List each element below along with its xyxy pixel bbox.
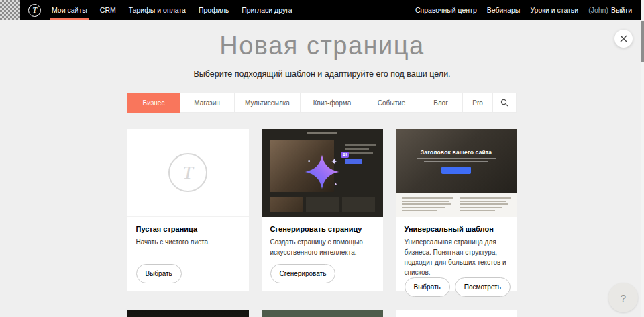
secondary-nav: Справочный центр Вебинары Уроки и статьи… [415,0,632,20]
tilda-logo[interactable]: T [28,4,41,17]
help-label: ? [621,292,626,304]
tilda-logo-letter: T [32,5,37,15]
tab-search[interactable] [493,93,517,113]
preview-header-placeholder [262,132,383,134]
help-button[interactable]: ? [608,283,638,312]
select-blank-button[interactable]: Выбрать [136,264,182,283]
card-title: Сгенерировать страницу [270,225,374,233]
tab-shop[interactable]: Магазин [180,93,235,113]
close-button[interactable] [614,30,633,48]
main-nav: Мои сайты CRM Тарифы и оплата Профиль Пр… [52,0,292,20]
page-title: Новая страница [0,32,644,60]
template-cards-row-partial [127,310,517,317]
preview-button-placeholder [345,159,362,164]
nav-billing[interactable]: Тарифы и оплата [129,0,186,20]
scrollbar[interactable] [641,0,644,317]
nav-profile[interactable]: Профиль [199,0,229,20]
nav-lessons[interactable]: Уроки и статьи [530,0,578,20]
template-preview-partial [396,310,517,317]
nav-help-center[interactable]: Справочный центр [415,0,477,20]
generate-button[interactable]: Сгенерировать [270,264,336,283]
universal-template-preview: Заголовок вашего сайта [396,129,517,217]
template-cards-row: T Пустая страница Начать с чистого листа… [127,129,517,291]
tab-blog[interactable]: Блог [419,93,463,113]
preview-hero-heading: Заголовок вашего сайта [421,149,492,156]
nav-webinars[interactable]: Вебинары [487,0,521,20]
preview-text-placeholder [345,144,376,164]
logout-link[interactable]: Выйти [611,6,632,14]
preview-template-button[interactable]: Посмотреть [455,277,511,297]
tab-multilink[interactable]: Мультиссылка [235,93,301,113]
nav-invite-friend[interactable]: Пригласи друга [241,0,292,20]
template-card-partial [262,310,383,317]
card-actions: Сгенерировать [270,264,374,283]
tab-pro[interactable]: Pro [463,93,493,113]
preview-hero: Заголовок вашего сайта [396,129,517,193]
tilda-mark-icon: T [168,153,207,192]
preview-text-column [460,197,511,213]
card-actions: Выбрать Посмотреть [405,277,508,297]
scrollbar-thumb[interactable] [641,21,644,62]
page-subtitle: Выберите подходящий шаблон и адаптируйте… [0,69,644,79]
card-title: Пустая страница [136,225,240,233]
user-block: (John) Выйти [588,6,632,14]
template-preview-partial [262,310,383,317]
card-title: Универсальный шаблон [405,225,508,233]
tab-event[interactable]: Событие [364,93,419,113]
user-name: (John) [588,6,608,14]
card-description: Начать с чистого листа. [136,237,240,247]
template-preview-partial [127,310,249,317]
card-blank-page: T Пустая страница Начать с чистого листа… [127,129,249,291]
preview-gallery-placeholder [270,197,376,212]
tab-quiz-form[interactable]: Квиз-форма [301,93,364,113]
blank-page-preview: T [127,129,249,217]
nav-crm[interactable]: CRM [100,0,116,20]
template-card-partial [127,310,249,317]
nav-my-sites[interactable]: Мои сайты [52,0,87,20]
card-actions: Выбрать [136,264,240,283]
card-ai-generate: AI Сгенерировать страницу Создать страни… [262,129,383,291]
preview-hero-subtitle-placeholder [417,158,496,162]
tab-business[interactable]: Бизнес [127,93,180,113]
card-description: Создать страницу с помощью искусственног… [270,237,374,257]
preview-hero-button-placeholder [441,167,471,174]
card-universal-template: Заголовок вашего сайта Универсальный шаб… [396,129,517,291]
template-tabs: Бизнес Магазин Мультиссылка Квиз-форма С… [127,93,517,113]
ai-star-icon: AI [303,152,341,194]
topbar: T Мои сайты CRM Тарифы и оплата Профиль … [0,0,641,20]
preview-text-columns [396,193,517,217]
card-body: Универсальный шаблон Универсальная стран… [396,217,517,304]
select-template-button[interactable]: Выбрать [405,277,450,297]
card-body: Сгенерировать страницу Создать страницу … [262,217,383,291]
search-icon [500,99,508,107]
card-body: Пустая страница Начать с чистого листа. … [127,217,249,291]
preview-text-column [402,197,453,213]
template-card-partial [396,310,517,317]
corner-texture [0,0,20,20]
ai-badge: AI [341,152,350,158]
card-description: Универсальная страница для бизнеса. Поня… [405,237,508,277]
close-icon [620,35,627,42]
ai-generate-preview: AI [262,129,383,217]
